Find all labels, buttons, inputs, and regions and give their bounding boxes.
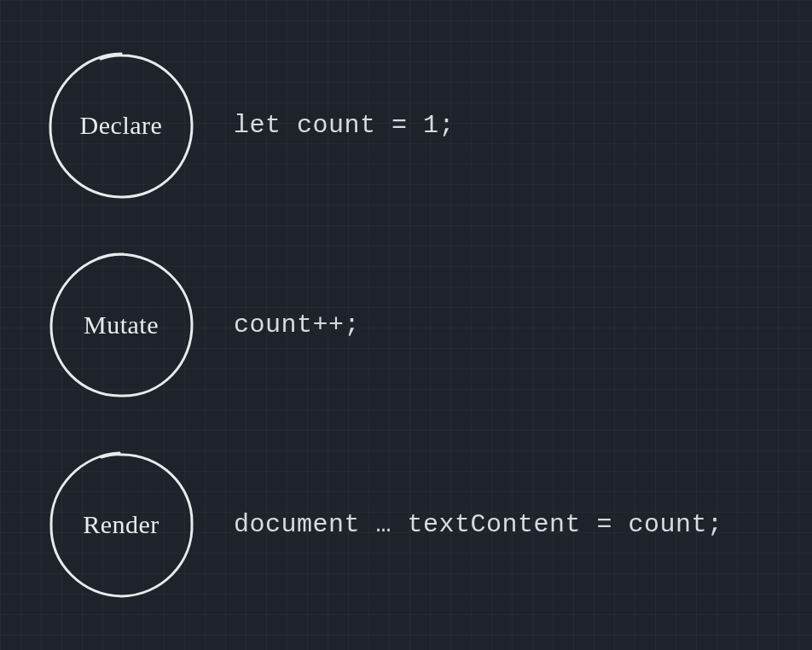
circle-label-mutate: Mutate: [84, 310, 159, 340]
diagram-row-render: Render document … textContent = count;: [43, 446, 769, 603]
circle-render: Render: [43, 446, 200, 603]
circle-mutate: Mutate: [43, 247, 200, 403]
diagram-content: Declare let count = 1; Mutate count++; R…: [0, 0, 812, 650]
diagram-row-declare: Declare let count = 1;: [43, 47, 769, 204]
circle-declare: Declare: [43, 47, 200, 204]
circle-label-declare: Declare: [80, 111, 163, 140]
code-render: document … textContent = count;: [234, 510, 723, 539]
code-mutate: count++;: [234, 310, 360, 340]
code-declare: let count = 1;: [234, 111, 455, 140]
diagram-row-mutate: Mutate count++;: [43, 247, 769, 403]
circle-label-render: Render: [83, 510, 160, 539]
